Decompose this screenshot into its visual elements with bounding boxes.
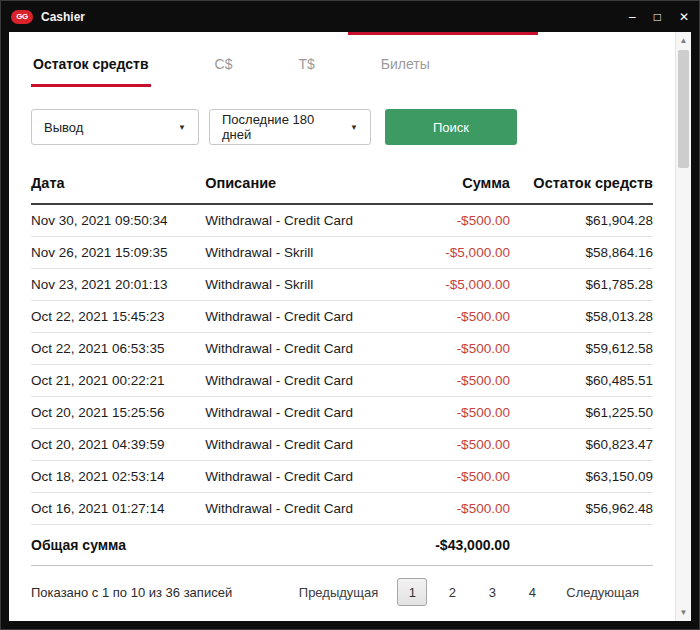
table-row: Nov 23, 2021 20:01:13Withdrawal - Skrill… xyxy=(31,269,653,301)
cell-description: Withdrawal - Credit Card xyxy=(205,397,379,429)
cell-description: Withdrawal - Credit Card xyxy=(205,301,379,333)
page-buttons: 1234 xyxy=(392,578,552,606)
cell-date: Oct 18, 2021 02:53:14 xyxy=(31,461,205,493)
page-button-2[interactable]: 2 xyxy=(437,578,467,606)
cell-balance: $60,485.51 xyxy=(510,365,653,397)
cell-description: Withdrawal - Skrill xyxy=(205,269,379,301)
cell-date: Oct 16, 2021 01:27:14 xyxy=(31,493,205,525)
cell-amount: -$500.00 xyxy=(379,493,510,525)
table-header-row: Дата Описание Сумма Остаток средств xyxy=(31,167,653,204)
cell-description: Withdrawal - Skrill xyxy=(205,237,379,269)
cell-date: Oct 21, 2021 00:22:21 xyxy=(31,365,205,397)
pagination-info: Показано с 1 по 10 из 36 записей xyxy=(31,585,285,600)
cell-description: Withdrawal - Credit Card xyxy=(205,493,379,525)
app-window: GG Cashier – □ ✕ Остаток средствC$T$Биле… xyxy=(0,0,700,630)
table-row: Oct 22, 2021 06:53:35Withdrawal - Credit… xyxy=(31,333,653,365)
header-date: Дата xyxy=(31,167,205,204)
cell-date: Oct 20, 2021 15:25:56 xyxy=(31,397,205,429)
minimize-icon[interactable]: – xyxy=(629,11,636,23)
header-description: Описание xyxy=(205,167,379,204)
header-amount: Сумма xyxy=(379,167,510,204)
pagination-bar: Показано с 1 по 10 из 36 записей Предыду… xyxy=(31,578,653,606)
cell-amount: -$500.00 xyxy=(379,365,510,397)
cell-amount: -$500.00 xyxy=(379,333,510,365)
scrollbar-thumb[interactable] xyxy=(678,50,689,168)
cell-balance: $60,823.47 xyxy=(510,429,653,461)
cell-amount: -$500.00 xyxy=(379,204,510,237)
scroll-up-icon[interactable]: ▲ xyxy=(680,32,688,49)
cell-balance: $61,225.50 xyxy=(510,397,653,429)
maximize-icon[interactable]: □ xyxy=(654,11,661,23)
cell-date: Oct 20, 2021 04:39:59 xyxy=(31,429,205,461)
table-row: Oct 20, 2021 04:39:59Withdrawal - Credit… xyxy=(31,429,653,461)
tab-c-dollar[interactable]: C$ xyxy=(213,48,235,87)
page-button-3[interactable]: 3 xyxy=(477,578,507,606)
filter-bar: Вывод ▼ Последние 180 дней ▼ Поиск xyxy=(31,109,653,145)
cell-date: Oct 22, 2021 15:45:23 xyxy=(31,301,205,333)
scrollbar[interactable]: ▲ ▼ xyxy=(675,32,691,621)
cell-balance: $58,013.28 xyxy=(510,301,653,333)
cell-date: Nov 23, 2021 20:01:13 xyxy=(31,269,205,301)
page-button-4[interactable]: 4 xyxy=(517,578,547,606)
cell-description: Withdrawal - Credit Card xyxy=(205,204,379,237)
cell-amount: -$500.00 xyxy=(379,397,510,429)
transactions-table: Дата Описание Сумма Остаток средств Nov … xyxy=(31,167,653,566)
period-value: Последние 180 дней xyxy=(222,112,342,142)
titlebar: GG Cashier – □ ✕ xyxy=(1,1,699,32)
close-icon[interactable]: ✕ xyxy=(679,11,689,23)
table-row: Oct 18, 2021 02:53:14Withdrawal - Credit… xyxy=(31,461,653,493)
total-row: Общая сумма -$43,000.00 xyxy=(31,525,653,566)
cell-balance: $58,864.16 xyxy=(510,237,653,269)
window-controls: – □ ✕ xyxy=(629,11,689,23)
cell-balance: $59,612.58 xyxy=(510,333,653,365)
header-balance: Остаток средств xyxy=(510,167,653,204)
cell-balance: $63,150.09 xyxy=(510,461,653,493)
table-row: Nov 30, 2021 09:50:34Withdrawal - Credit… xyxy=(31,204,653,237)
table-row: Oct 22, 2021 15:45:23Withdrawal - Credit… xyxy=(31,301,653,333)
cell-amount: -$500.00 xyxy=(379,301,510,333)
period-select[interactable]: Последние 180 дней ▼ xyxy=(209,109,371,145)
table-row: Nov 26, 2021 15:09:35Withdrawal - Skrill… xyxy=(31,237,653,269)
tab-bar: Остаток средствC$T$Билеты xyxy=(31,48,653,87)
cashier-content: Остаток средствC$T$Билеты Вывод ▼ Послед… xyxy=(9,32,691,621)
cell-date: Nov 26, 2021 15:09:35 xyxy=(31,237,205,269)
cell-amount: -$5,000.00 xyxy=(379,237,510,269)
tab-balance[interactable]: Остаток средств xyxy=(31,48,151,87)
transaction-type-select[interactable]: Вывод ▼ xyxy=(31,109,199,145)
total-label: Общая сумма xyxy=(31,525,379,566)
table-body: Nov 30, 2021 09:50:34Withdrawal - Credit… xyxy=(31,204,653,525)
search-button[interactable]: Поиск xyxy=(385,109,517,145)
scroll-down-icon[interactable]: ▼ xyxy=(680,604,688,621)
table-row: Oct 20, 2021 15:25:56Withdrawal - Credit… xyxy=(31,397,653,429)
next-page-button[interactable]: Следующая xyxy=(552,585,653,600)
tab-tickets[interactable]: Билеты xyxy=(379,48,432,87)
page-button-1[interactable]: 1 xyxy=(397,578,427,606)
total-amount: -$43,000.00 xyxy=(379,525,510,566)
tab-t-dollar[interactable]: T$ xyxy=(296,48,316,87)
app-logo-icon: GG xyxy=(11,10,33,24)
cell-amount: -$5,000.00 xyxy=(379,269,510,301)
table-row: Oct 21, 2021 00:22:21Withdrawal - Credit… xyxy=(31,365,653,397)
cell-amount: -$500.00 xyxy=(379,429,510,461)
transaction-type-value: Вывод xyxy=(44,120,83,135)
total-spacer xyxy=(510,525,653,566)
cell-description: Withdrawal - Credit Card xyxy=(205,365,379,397)
chevron-down-icon: ▼ xyxy=(178,123,186,132)
cell-description: Withdrawal - Credit Card xyxy=(205,333,379,365)
cell-balance: $61,904.28 xyxy=(510,204,653,237)
previous-page-button[interactable]: Предыдущая xyxy=(285,585,393,600)
cell-description: Withdrawal - Credit Card xyxy=(205,461,379,493)
cell-amount: -$500.00 xyxy=(379,461,510,493)
cell-date: Nov 30, 2021 09:50:34 xyxy=(31,204,205,237)
cell-balance: $61,785.28 xyxy=(510,269,653,301)
window-title: Cashier xyxy=(41,10,85,24)
cell-date: Oct 22, 2021 06:53:35 xyxy=(31,333,205,365)
chevron-down-icon: ▼ xyxy=(350,123,358,132)
table-row: Oct 16, 2021 01:27:14Withdrawal - Credit… xyxy=(31,493,653,525)
cell-description: Withdrawal - Credit Card xyxy=(205,429,379,461)
main-panel: Остаток средствC$T$Билеты Вывод ▼ Послед… xyxy=(9,32,675,621)
cell-balance: $56,962.48 xyxy=(510,493,653,525)
